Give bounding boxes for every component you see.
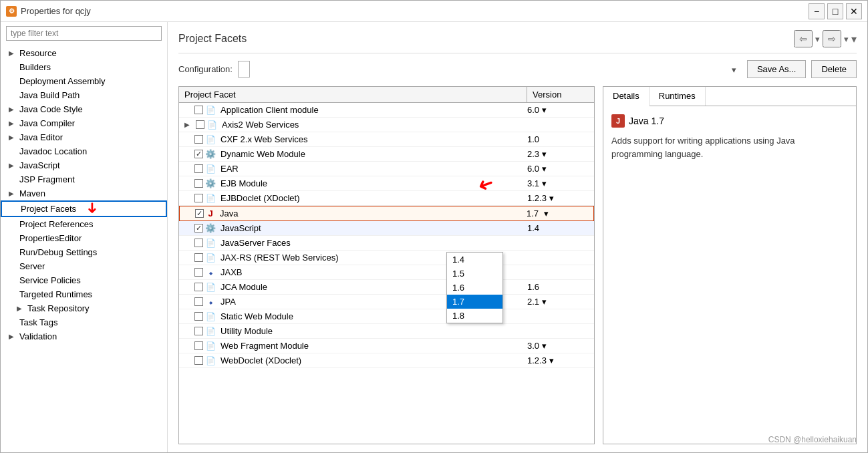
back-button[interactable]: ⇦: [794, 30, 813, 47]
sidebar-item-java-compiler[interactable]: ▶ Java Compiler: [1, 116, 167, 130]
sidebar-item-maven[interactable]: ▶ Maven: [1, 186, 167, 200]
back-dropdown[interactable]: ▾: [815, 34, 820, 44]
expand-arrow-resource: ▶: [9, 49, 17, 57]
sidebar-item-service-policies[interactable]: ▶ Service Policies: [1, 273, 167, 287]
row-checkbox[interactable]: [192, 164, 204, 173]
checkbox-checked[interactable]: [194, 224, 203, 233]
sidebar-item-task-tags[interactable]: ▶ Task Tags: [1, 315, 167, 329]
delete-button[interactable]: Delete: [811, 60, 857, 78]
tab-runtimes[interactable]: Runtimes: [649, 87, 706, 106]
sidebar-item-java-code-style[interactable]: ▶ Java Code Style: [1, 102, 167, 116]
checkbox[interactable]: [196, 120, 204, 129]
checkbox-checked[interactable]: [194, 150, 203, 158]
version-option-18[interactable]: 1.8: [447, 309, 502, 323]
row-checkbox[interactable]: [192, 253, 204, 262]
version-dropdown-arrow[interactable]: ▾: [549, 193, 554, 203]
titlebar-left: ⚙ Properties for qcjy: [6, 6, 91, 17]
row-checkbox[interactable]: [192, 150, 204, 158]
row-checkbox[interactable]: [192, 194, 204, 202]
row-checkbox[interactable]: [192, 341, 204, 350]
version-dropdown-arrow[interactable]: ▾: [542, 297, 547, 307]
checkbox[interactable]: [194, 312, 203, 321]
row-checkbox[interactable]: [192, 312, 204, 321]
sidebar-item-resource[interactable]: ▶ Resource: [1, 46, 167, 60]
version-dropdown-arrow[interactable]: ▾: [542, 149, 547, 159]
checkbox[interactable]: [194, 283, 203, 291]
sidebar-item-project-facets[interactable]: ▶ Project Facets: [1, 200, 167, 217]
minimize-button[interactable]: −: [809, 3, 825, 19]
row-checkbox[interactable]: [194, 120, 206, 129]
row-checkbox[interactable]: [192, 179, 204, 188]
forward-dropdown[interactable]: ▾: [844, 34, 849, 44]
sidebar-item-run-debug[interactable]: ▶ Run/Debug Settings: [1, 245, 167, 259]
sidebar-item-builders[interactable]: ▶ Builders: [1, 60, 167, 74]
window-controls: − □ ✕: [809, 3, 862, 19]
maximize-button[interactable]: □: [827, 3, 843, 19]
row-checkbox[interactable]: [192, 268, 204, 277]
sidebar-item-label: PropertiesEditor: [19, 233, 82, 243]
forward-button[interactable]: ⇨: [823, 30, 841, 47]
sidebar-item-deployment-assembly[interactable]: ▶ Deployment Assembly: [1, 74, 167, 88]
checkbox[interactable]: [194, 297, 203, 306]
watermark: CSDN @helloxiehaikuan: [768, 435, 857, 444]
config-select[interactable]: [238, 61, 250, 78]
row-version: 1.2.3 ▾: [527, 355, 594, 365]
version-dropdown-arrow[interactable]: ▾: [542, 341, 547, 351]
checkbox[interactable]: [194, 356, 203, 365]
sidebar-item-java-editor[interactable]: ▶ Java Editor: [1, 130, 167, 144]
save-as-button[interactable]: Save As...: [747, 60, 807, 78]
sidebar-item-java-build-path[interactable]: ▶ Java Build Path: [1, 88, 167, 102]
filter-input[interactable]: [6, 26, 162, 41]
sidebar-item-task-repository[interactable]: ▶ Task Repository: [1, 301, 167, 315]
row-checkbox[interactable]: [192, 106, 204, 114]
row-icon: 📄: [204, 356, 216, 365]
version-option-15[interactable]: 1.5: [447, 267, 502, 281]
row-checkbox[interactable]: [192, 135, 204, 144]
row-version: 1.2.3 ▾: [527, 193, 594, 203]
sidebar-item-properties-editor[interactable]: ▶ PropertiesEditor: [1, 231, 167, 245]
row-checkbox[interactable]: [192, 297, 204, 306]
row-checkbox[interactable]: [192, 283, 204, 291]
version-option-16[interactable]: 1.6: [447, 281, 502, 295]
checkbox[interactable]: [194, 239, 203, 247]
version-dropdown-arrow[interactable]: ▾: [544, 208, 549, 218]
sidebar-item-server[interactable]: ▶ Server: [1, 259, 167, 273]
sidebar-item-project-references[interactable]: ▶ Project References: [1, 217, 167, 231]
version-option-17[interactable]: 1.7: [447, 295, 502, 309]
checkbox[interactable]: [194, 327, 203, 335]
sidebar-item-javadoc[interactable]: ▶ Javadoc Location: [1, 144, 167, 158]
tab-details[interactable]: Details: [603, 87, 649, 106]
row-checkbox[interactable]: [192, 356, 204, 365]
row-version: 1.4: [527, 223, 594, 233]
expand-icon[interactable]: ▶: [184, 121, 192, 128]
version-dropdown-arrow[interactable]: ▾: [542, 178, 547, 188]
checkbox[interactable]: [194, 135, 203, 144]
row-name: EJB Module: [219, 178, 527, 188]
checkbox[interactable]: [194, 268, 203, 277]
version-dropdown-arrow[interactable]: ▾: [542, 105, 547, 115]
row-checkbox[interactable]: [192, 224, 204, 233]
close-button[interactable]: ✕: [846, 3, 862, 19]
row-name: Web Fragment Module: [219, 341, 527, 351]
version-dropdown-arrow[interactable]: ▾: [549, 355, 554, 365]
menu-dropdown[interactable]: ▾: [851, 33, 857, 45]
checkbox[interactable]: [194, 194, 203, 202]
version-option-14[interactable]: 1.4: [447, 253, 502, 267]
row-version: 2.1 ▾: [527, 297, 594, 307]
right-panel: Project Facets ⇦ ▾ ⇨ ▾ ▾ Configuration: …: [168, 22, 867, 452]
sidebar-item-javascript[interactable]: ▶ JavaScript: [1, 158, 167, 172]
row-checkbox[interactable]: [193, 209, 205, 218]
version-dropdown-arrow[interactable]: ▾: [542, 164, 547, 174]
checkbox[interactable]: [194, 164, 203, 173]
checkbox[interactable]: [194, 341, 203, 350]
sidebar-item-validation[interactable]: ▶ Validation: [1, 329, 167, 343]
checkbox[interactable]: [194, 106, 203, 114]
checkbox-checked[interactable]: [195, 209, 204, 218]
row-checkbox[interactable]: [192, 239, 204, 247]
sidebar-item-targeted-runtimes[interactable]: ▶ Targeted Runtimes: [1, 287, 167, 301]
sidebar-item-jsp-fragment[interactable]: ▶ JSP Fragment: [1, 172, 167, 186]
row-checkbox[interactable]: [192, 327, 204, 335]
checkbox[interactable]: [194, 253, 203, 262]
checkbox[interactable]: [194, 179, 203, 188]
doc-icon: 📄: [206, 164, 216, 174]
